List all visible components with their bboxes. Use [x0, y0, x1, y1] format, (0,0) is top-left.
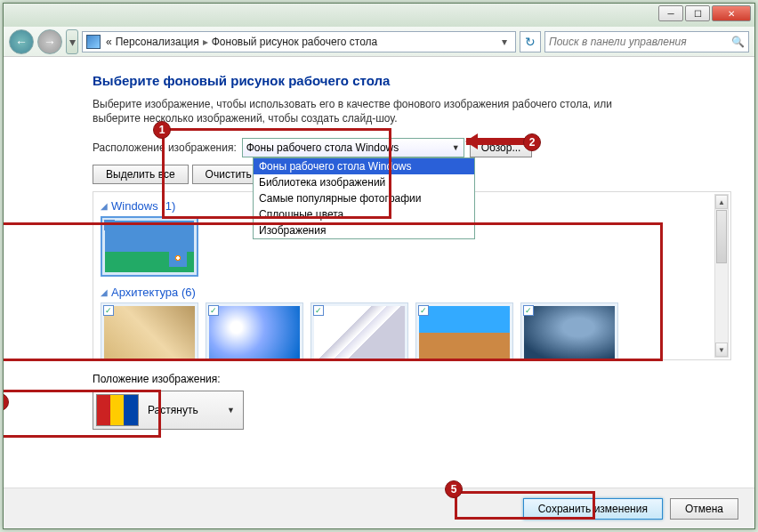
scrollbar-thumb[interactable] [716, 210, 727, 263]
dropdown-option[interactable]: Библиотека изображений [254, 174, 474, 190]
breadcrumb: « Персонализация ▸ Фоновый рисунок рабоч… [106, 36, 492, 48]
gallery-scrollbar[interactable]: ▲ ▼ [714, 194, 729, 358]
navbar: ← → ▾ « Персонализация ▸ Фоновый рисунок… [4, 27, 754, 57]
back-button[interactable]: ← [9, 29, 34, 54]
minimize-button[interactable]: ─ [658, 5, 683, 21]
scroll-down-button[interactable]: ▼ [715, 343, 728, 357]
cancel-button[interactable]: Отмена [670, 498, 738, 520]
checkbox-icon[interactable]: ✓ [313, 305, 324, 316]
history-dropdown-button[interactable]: ▾ [66, 29, 78, 54]
position-section: Положение изображения: Растянуть ▼ [93, 373, 731, 430]
search-bar[interactable]: 🔍 [544, 31, 749, 52]
scroll-up-button[interactable]: ▲ [715, 195, 728, 209]
page-title: Выберите фоновый рисунок рабочего стола [93, 73, 731, 88]
thumb-image [419, 306, 510, 359]
group-name: Windows (1) [111, 199, 175, 213]
address-bar[interactable]: « Персонализация ▸ Фоновый рисунок рабоч… [82, 31, 516, 52]
wallpaper-thumb[interactable]: ✓ [206, 302, 303, 360]
browse-button[interactable]: Обзор... [470, 138, 533, 157]
address-dropdown-icon[interactable]: ▾ [497, 36, 512, 48]
titlebar: ─ ☐ ✕ [4, 4, 754, 27]
collapse-icon: ◢ [101, 287, 108, 297]
page-description: Выберите изображение, чтобы использовать… [93, 97, 644, 125]
image-location-label: Расположение изображения: [93, 141, 237, 154]
position-label: Положение изображения: [93, 373, 731, 385]
thumb-image [314, 306, 405, 359]
group-name: Архитектура (6) [111, 286, 196, 299]
breadcrumb-item[interactable]: Фоновый рисунок рабочего стола [212, 36, 378, 48]
annotation-number: 4 [4, 393, 9, 411]
checkbox-icon[interactable]: ✓ [418, 305, 429, 316]
position-combo[interactable]: Растянуть ▼ [93, 391, 244, 430]
wallpaper-thumb[interactable]: ✓ [415, 302, 513, 360]
forward-button[interactable]: → [37, 29, 62, 54]
search-input[interactable] [549, 36, 731, 48]
thumb-image [104, 306, 195, 359]
checkbox-icon[interactable]: ✓ [523, 305, 534, 316]
wallpaper-thumb[interactable]: ✓ [101, 216, 198, 277]
breadcrumb-item[interactable]: Персонализация [116, 36, 199, 48]
thumb-image [105, 221, 194, 272]
wallpaper-thumb[interactable]: ✓ [520, 302, 618, 360]
control-panel-icon [86, 35, 101, 49]
image-location-row: Расположение изображения: Фоны рабочего … [93, 138, 731, 157]
wallpaper-thumb[interactable]: ✓ [101, 302, 198, 360]
combo-value: Фоны рабочего стола Windows [246, 141, 399, 154]
group-header[interactable]: ◢ Архитектура (6) [101, 286, 723, 299]
footer: Сохранить изменения Отмена [4, 488, 754, 528]
refresh-button[interactable]: ↻ [520, 31, 541, 52]
thumb-image [209, 306, 300, 359]
maximize-button[interactable]: ☐ [685, 5, 710, 21]
dropdown-option[interactable]: Изображения [254, 222, 474, 238]
dropdown-option[interactable]: Самые популярные фотографии [254, 190, 474, 206]
checkbox-icon[interactable]: ✓ [103, 305, 114, 316]
select-all-button[interactable]: Выделить все [93, 165, 189, 184]
image-location-dropdown: Фоны рабочего стола Windows Библиотека и… [253, 157, 475, 239]
thumb-image [524, 306, 615, 359]
content-area: Выберите фоновый рисунок рабочего стола … [4, 57, 754, 488]
collapse-icon: ◢ [101, 201, 108, 211]
close-button[interactable]: ✕ [712, 5, 751, 21]
save-button[interactable]: Сохранить изменения [523, 498, 663, 520]
image-location-combo[interactable]: Фоны рабочего стола Windows ▼ [242, 138, 464, 157]
chevron-down-icon: ▼ [227, 406, 235, 415]
window: ─ ☐ ✕ ← → ▾ « Персонализация ▸ Фоновый р… [3, 3, 755, 529]
checkbox-icon[interactable]: ✓ [208, 305, 219, 316]
breadcrumb-sep: ▸ [203, 36, 208, 48]
dropdown-option[interactable]: Сплошные цвета [254, 206, 474, 222]
position-preview-icon [96, 394, 139, 426]
position-value: Растянуть [148, 404, 198, 416]
chevron-down-icon: ▼ [452, 143, 460, 152]
search-icon[interactable]: 🔍 [731, 36, 745, 48]
wallpaper-thumb[interactable]: ✓ [310, 302, 408, 360]
dropdown-option[interactable]: Фоны рабочего стола Windows [254, 158, 474, 174]
breadcrumb-prefix: « [106, 36, 112, 48]
